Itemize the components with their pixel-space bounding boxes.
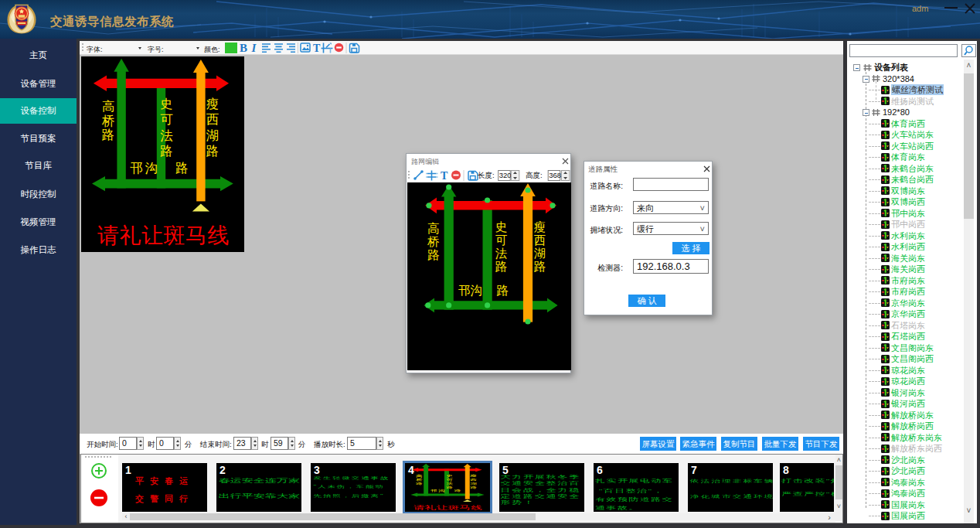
svg-text:史: 史 [160, 97, 173, 111]
svg-text:I: I [251, 42, 257, 54]
svg-text:净化城市交通环境: 净化城市交通环境 [690, 494, 773, 499]
svg-text:可: 可 [160, 112, 173, 126]
svg-text:日会战，全力稳: 日会战，全力稳 [500, 487, 580, 492]
svg-text:路: 路 [416, 482, 423, 485]
svg-text:先拍照，后撤离": 先拍照，后撤离" [313, 493, 384, 497]
svg-text:大力开展秋冬季: 大力开展秋冬季 [500, 474, 580, 479]
svg-text:打击改装"炸街": 打击改装"炸街" [781, 479, 834, 484]
svg-text:桥: 桥 [415, 478, 423, 481]
svg-text:法: 法 [495, 247, 508, 260]
svg-text:可: 可 [495, 233, 508, 247]
svg-text:西: 西 [206, 112, 219, 126]
svg-text:368: 368 [549, 171, 561, 179]
svg-text:西: 西 [534, 233, 546, 247]
svg-text:路: 路 [160, 144, 173, 158]
svg-text:发生轻微交通事故: 发生轻微交通事故 [313, 476, 390, 481]
svg-text:邗沟: 邗沟 [130, 161, 160, 175]
svg-text:T: T [313, 43, 321, 54]
svg-text:桥: 桥 [427, 235, 440, 248]
svg-text:路: 路 [534, 260, 546, 273]
svg-text:依法治理非标车辆: 依法治理非标车辆 [690, 479, 773, 483]
svg-text:史: 史 [495, 220, 508, 233]
svg-text:路: 路 [175, 161, 189, 175]
svg-text:B: B [240, 42, 247, 54]
svg-text:法: 法 [446, 482, 453, 485]
svg-text:请礼让斑马线: 请礼让斑马线 [413, 505, 482, 510]
svg-text:湖: 湖 [470, 482, 477, 485]
svg-text:桥: 桥 [102, 114, 115, 128]
svg-text:路: 路 [454, 489, 461, 493]
svg-text:湖: 湖 [206, 128, 219, 142]
svg-text:路: 路 [206, 144, 219, 158]
svg-text:可: 可 [446, 478, 453, 481]
svg-text:湖: 湖 [534, 247, 546, 260]
svg-text:史: 史 [446, 474, 453, 478]
svg-text:路: 路 [470, 485, 477, 489]
svg-text:法: 法 [160, 128, 173, 142]
svg-text:瘦: 瘦 [206, 97, 219, 111]
svg-text:形势！: 形势！ [500, 499, 534, 505]
svg-text:瘦: 瘦 [534, 220, 546, 233]
svg-text:"人未伤，车能动: "人未伤，车能动 [313, 485, 384, 489]
svg-text:路: 路 [446, 485, 453, 489]
svg-text:定道路交通安全: 定道路交通安全 [500, 493, 580, 499]
svg-text:高: 高 [102, 99, 115, 113]
svg-text:春运安全连万家: 春运安全连万家 [218, 477, 300, 484]
svg-text:交通安全整治百: 交通安全整治百 [500, 481, 580, 486]
svg-text:"百日整治"，: "百日整治"， [599, 488, 664, 493]
svg-text:出行平安靠大家: 出行平安靠大家 [218, 492, 300, 499]
svg-text:有效预防道路交: 有效预防道路交 [595, 496, 673, 502]
svg-text:高: 高 [416, 474, 423, 477]
svg-text:请礼让斑马线: 请礼让斑马线 [97, 223, 230, 247]
svg-text:邗沟: 邗沟 [430, 489, 446, 493]
svg-text:严查严控"机动: 严查严控"机动 [781, 491, 834, 496]
svg-text:T: T [441, 170, 448, 182]
svg-text:320: 320 [499, 171, 512, 179]
svg-text:邗沟: 邗沟 [458, 284, 482, 297]
svg-text:高度:: 高度: [526, 171, 543, 179]
svg-text:西: 西 [469, 478, 477, 482]
svg-text:路: 路 [427, 248, 440, 261]
svg-text:路: 路 [102, 128, 115, 141]
svg-text:瘦: 瘦 [470, 474, 477, 478]
svg-text:扎实开展电动车: 扎实开展电动车 [595, 479, 673, 484]
svg-text:通事故。: 通事故。 [595, 505, 640, 510]
svg-text:路: 路 [496, 284, 509, 297]
svg-text:高: 高 [427, 222, 440, 235]
svg-text:路: 路 [495, 260, 508, 273]
svg-text:长度:: 长度: [478, 171, 495, 179]
